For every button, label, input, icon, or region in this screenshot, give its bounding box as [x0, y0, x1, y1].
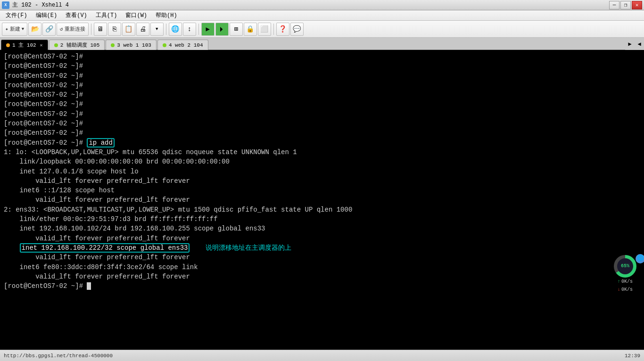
tab-label-1: 1 主 102	[12, 41, 36, 49]
term-line-6: [root@CentOS7-02 ~]#	[4, 99, 640, 109]
scroll-button[interactable]: ↕	[183, 23, 196, 36]
green1-button[interactable]: ▶	[201, 23, 215, 36]
toolbar-separator-4	[273, 24, 274, 35]
term-ens33-inet: inet 192.168.100.102/24 brd 192.168.100.…	[4, 224, 640, 233]
term-line-2: [root@CentOS7-02 ~]#	[4, 61, 640, 71]
term-line-8: [root@CentOS7-02 ~]#	[4, 119, 640, 128]
menu-help[interactable]: 帮助(H)	[152, 10, 181, 20]
speed-down: ↓ 0K/s	[618, 287, 633, 294]
grid-button[interactable]: ⊞	[230, 23, 243, 36]
term-ens33-header: 2: ens33: <BROADCAST,MULTICAST,UP,LOWER_…	[4, 205, 640, 214]
inet-highlight-vip: inet 192.168.100.222/32 scope global ens…	[20, 243, 190, 253]
link-button[interactable]: 🔗	[42, 23, 56, 36]
term-line-5: [root@CentOS7-02 ~]#	[4, 90, 640, 99]
globe-button[interactable]: 🌐	[169, 23, 182, 36]
new-icon: ✦	[5, 26, 8, 32]
term-ens33-valid2: valid_lft forever preferred_lft forever	[4, 272, 640, 281]
term-line-9: [root@CentOS7-02 ~]#	[4, 128, 640, 138]
chat-button[interactable]: 💬	[290, 23, 304, 36]
titlebar-title: 主 102 - Xshell 4	[12, 1, 69, 9]
statusbar-right: 12:39	[625, 353, 640, 359]
tab-scroll-left[interactable]: ◀	[635, 38, 644, 50]
speed-up: ↑ 0K/s	[618, 279, 633, 286]
tab-dot-1	[6, 43, 10, 47]
download-arrow-icon: ↓	[618, 287, 620, 294]
tabbar: 1 主 102 ✕ 2 辅助调度 105 3 web 1 103 4 web 2…	[0, 38, 644, 50]
minimize-button[interactable]: ─	[609, 1, 619, 9]
term-line-4: [root@CentOS7-02 ~]#	[4, 81, 640, 90]
statusbar-url: http://bbs.gpgsl.net/thread-4500000	[4, 353, 113, 359]
reconnect-icon: ↺	[60, 26, 63, 32]
term-line-7: [root@CentOS7-02 ~]#	[4, 109, 640, 119]
term-lo-inet: inet 127.0.0.1/8 scope host lo	[4, 167, 640, 176]
term-line-1: [root@CentOS7-02 ~]#	[4, 52, 640, 61]
menubar: 文件(F) 编辑(E) 查看(V) 工具(T) 窗口(W) 帮助(H)	[0, 10, 644, 21]
menu-window[interactable]: 窗口(W)	[122, 10, 151, 20]
term-vip-valid: valid_lft forever preferred_lft forever	[4, 253, 640, 262]
toolbar-separator-3	[198, 24, 199, 35]
menu-view[interactable]: 查看(V)	[62, 10, 91, 20]
titlebar-left: X 主 102 - Xshell 4	[2, 1, 69, 9]
lock-button[interactable]: 🔒	[244, 23, 257, 36]
menu-edit[interactable]: 编辑(E)	[32, 10, 61, 20]
print-button[interactable]: 🖨	[136, 23, 149, 36]
speed-circle: 65%	[614, 255, 636, 278]
tab-web1-103[interactable]: 3 web 1 103	[106, 40, 157, 50]
toolbar: ✦ 新建 ▼ 📂 🔗 ↺ 重新连接 🖥 ⎘ 📋 🖨 ▼ 🌐 ↕ ▶ ⏵ ⊞ 🔒 …	[0, 21, 644, 38]
tab-web2-104[interactable]: 4 web 2 104	[157, 40, 208, 50]
term-line-3: [root@CentOS7-02 ~]#	[4, 71, 640, 81]
term-cmd-line: [root@CentOS7-02 ~]# ip add	[4, 138, 640, 148]
term-lo-link: link/loopback 00:00:00:00:00:00 brd 00:0…	[4, 157, 640, 166]
term-ens33-inet6: inet6 fe80::3ddc:d80f:3f4f:3ce2/64 scope…	[4, 263, 640, 272]
term-lo-valid1: valid_lft forever preferred_lft forever	[4, 176, 640, 186]
app-icon: X	[2, 1, 9, 9]
upload-arrow-icon: ↑	[618, 279, 620, 286]
key-button[interactable]: ⬜	[258, 23, 271, 36]
new-button[interactable]: ✦ 新建 ▼	[2, 23, 27, 36]
copy-button[interactable]: ⎘	[108, 23, 121, 36]
titlebar-buttons: ─ ❐ ✕	[609, 1, 642, 9]
tab-dot-2	[54, 43, 58, 47]
session-button[interactable]: 🖥	[94, 23, 107, 36]
help-button[interactable]: ❓	[276, 23, 289, 36]
open-button[interactable]: 📂	[28, 23, 41, 36]
tab-label-4: 4 web 2 104	[169, 42, 203, 48]
term-ens33-valid1: valid_lft forever preferred_lft forever	[4, 234, 640, 243]
tab-dot-3	[111, 43, 115, 47]
reconnect-button[interactable]: ↺ 重新连接	[57, 23, 89, 36]
statusbar-time: 12:39	[625, 353, 640, 359]
term-vip-line: inet 192.168.100.222/32 scope global ens…	[4, 243, 640, 253]
term-lo-valid2: valid_lft forever preferred_lft forever	[4, 195, 640, 205]
tab-dot-4	[163, 43, 166, 47]
titlebar: X 主 102 - Xshell 4 ─ ❐ ✕	[0, 0, 644, 10]
tab-label-2: 2 辅助调度 105	[60, 41, 100, 49]
tab-scroll-right[interactable]: ▶	[625, 38, 635, 50]
term-ens33-link: link/ether 00:0c:29:51:97:d3 brd ff:ff:f…	[4, 214, 640, 224]
green2-button[interactable]: ⏵	[215, 23, 229, 36]
new-dropdown-icon: ▼	[22, 27, 24, 32]
cmd-highlight: ip add	[87, 138, 114, 148]
term-lo-header: 1: lo: <LOOPBACK,UP,LOWER_UP> mtu 65536 …	[4, 148, 640, 157]
toolbar-separator-2	[166, 24, 166, 35]
tab-label-3: 3 web 1 103	[117, 42, 151, 48]
restore-button[interactable]: ❐	[620, 1, 631, 9]
term-lo-inet6: inet6 ::1/128 scope host	[4, 186, 640, 195]
terminal-cursor	[87, 282, 91, 290]
globe-icon: 🌐	[636, 254, 644, 263]
term-final-prompt: [root@CentOS7-02 ~]#	[4, 281, 640, 291]
paste-button[interactable]: 📋	[122, 23, 135, 36]
speed-widget: 65% ↑ 0K/s ↓ 0K/s 🌐	[614, 255, 636, 293]
toolbar-separator-1	[91, 24, 91, 35]
statusbar: http://bbs.gpgsl.net/thread-4500000 12:3…	[0, 350, 644, 361]
tab-aux105[interactable]: 2 辅助调度 105	[49, 40, 105, 50]
speed-percent: 65%	[617, 258, 633, 274]
print-dropdown[interactable]: ▼	[150, 23, 164, 36]
close-button[interactable]: ✕	[632, 1, 642, 9]
vip-comment: 说明漂移地址在主调度器的上	[206, 244, 291, 252]
terminal[interactable]: [root@CentOS7-02 ~]# [root@CentOS7-02 ~]…	[0, 50, 644, 350]
tab-close-1[interactable]: ✕	[40, 42, 43, 48]
menu-tools[interactable]: 工具(T)	[92, 10, 121, 20]
tab-main102[interactable]: 1 主 102 ✕	[1, 40, 48, 50]
menu-file[interactable]: 文件(F)	[2, 10, 31, 20]
